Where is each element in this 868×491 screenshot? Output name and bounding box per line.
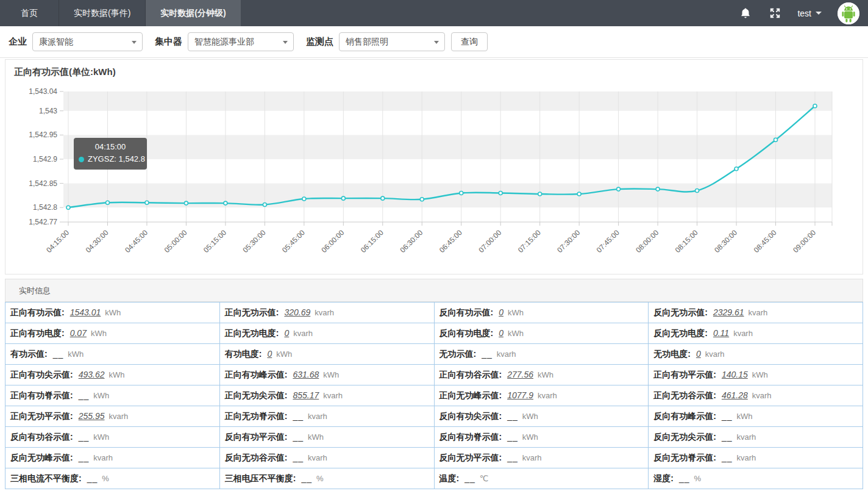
metric-unit: kWh [68,349,84,359]
nav-right: test [739,0,868,26]
metric-value: __ [53,349,64,359]
enterprise-label: 企业 [9,36,27,48]
metric-value[interactable]: 1543.01 [70,307,101,317]
metric-cell: 反向无功谷示值:__kvarh [219,448,434,468]
metric-value[interactable]: 2329.61 [713,307,744,317]
metric-value: __ [79,432,90,442]
svg-text:1,543: 1,543 [39,107,57,115]
metric-value[interactable]: 0 [499,307,503,317]
metric-value[interactable]: 631.68 [293,370,319,379]
concentrator-select[interactable]: 智慧能源事业部 [188,32,294,51]
metric-value[interactable]: 277.56 [507,370,533,379]
svg-text:08:00:00: 08:00:00 [634,228,660,254]
metric-label: 正向有功电度: [10,328,65,338]
chevron-down-icon [132,41,137,44]
metric-value[interactable]: 461.28 [722,390,748,400]
metric-label: 反向无功尖示值: [653,432,716,442]
metric-cell: 正向无功脊示值:__kvarh [219,406,434,427]
metric-value[interactable]: 140.15 [722,370,748,379]
metric-unit: kvarh [497,349,516,359]
metric-label: 反向有功电度: [439,328,494,338]
svg-text:08:45:00: 08:45:00 [752,228,778,254]
metric-cell: 正向有功峰示值:631.68kWh [219,365,434,385]
metric-cell: 反向无功示值:2329.61kvarh [649,303,863,323]
metric-value[interactable]: 493.62 [79,370,105,379]
metric-unit: kvarh [109,412,129,421]
nav-tab-home[interactable]: 首页 [0,0,59,26]
svg-text:07:30:00: 07:30:00 [555,228,582,254]
svg-text:08:15:00: 08:15:00 [674,228,700,254]
concentrator-label: 集中器 [155,36,182,48]
metric-unit: kWh [93,432,109,442]
metric-unit: kvarh [293,329,313,338]
table-row: 反向无功峰示值:__kvarh反向无功谷示值:__kvarh反向无功平示值:__… [5,448,863,468]
metric-unit: kWh [93,391,109,400]
metric-unit: kWh [323,370,339,379]
query-button[interactable]: 查询 [451,32,488,51]
metric-unit: kWh [508,329,524,338]
metric-cell: 三相电压不平衡度:__% [219,468,434,489]
metric-cell: 反向无功平示值:__kvarh [434,448,649,468]
metric-cell: 有功示值:__kWh [5,344,220,365]
svg-text:05:00:00: 05:00:00 [163,228,189,254]
metric-label: 正向有功平示值: [653,370,716,379]
metric-value: __ [722,411,733,421]
table-row: 正向有功电度:0.07kWh正向无功电度:0kvarh反向有功电度:0kWh反向… [5,323,863,344]
metric-unit: kvarh [538,391,557,400]
metric-cell: 反向无功脊示值:__kvarh [649,448,863,468]
metric-cell: 反向有功峰示值:__kWh [649,406,863,427]
metric-value[interactable]: 0.11 [713,328,729,338]
metric-value[interactable]: 255.95 [79,411,105,421]
caret-down-icon [816,12,822,15]
metric-label: 正向无功电度: [225,328,279,338]
metric-value[interactable]: 0 [284,328,289,338]
svg-text:06:45:00: 06:45:00 [438,228,464,254]
metric-value: __ [482,349,493,359]
metric-cell: 正向有功尖示值:493.62kWh [5,365,220,385]
metric-value: __ [464,473,475,483]
svg-text:1,542.8: 1,542.8 [33,203,57,212]
metric-unit: kvarh [522,453,542,462]
metric-value[interactable]: 0.07 [70,328,87,338]
metric-label: 反向有功示值: [439,307,494,317]
metric-cell: 正向无功电度:0kvarh [219,323,434,344]
metric-value[interactable]: 0 [267,349,272,359]
metric-value[interactable]: 0 [696,349,701,359]
metric-unit: kvarh [737,432,756,442]
fullscreen-icon[interactable] [768,7,781,20]
line-chart[interactable]: 1,543.041,5431,542.951,542.91,542.851,54… [5,87,863,261]
svg-text:05:30:00: 05:30:00 [241,228,268,254]
svg-text:08:30:00: 08:30:00 [713,228,739,254]
metric-value[interactable]: 1077.9 [507,390,533,400]
svg-text:1,542.77: 1,542.77 [29,218,57,226]
metric-label: 反向有功尖示值: [439,411,502,421]
metric-label: 正向无功尖示值: [225,390,288,400]
user-menu[interactable]: test [797,9,822,18]
nav-tab-realtime-events[interactable]: 实时数据(事件) [59,0,145,26]
table-row: 正向有功示值:1543.01kWh正向无功示值:320.69kvarh反向有功示… [5,303,863,323]
metric-label: 反向有功谷示值: [10,432,73,442]
metric-label: 温度: [439,473,460,483]
metric-value[interactable]: 855.17 [293,390,319,400]
metric-value[interactable]: 320.69 [284,307,310,317]
metric-label: 正向有功示值: [10,307,65,317]
metric-value: __ [507,411,518,421]
metric-unit: kWh [105,308,121,317]
metric-value[interactable]: 0 [499,328,503,338]
enterprise-select[interactable]: 康派智能 [32,32,143,51]
monitor-point-select[interactable]: 销售部照明 [339,32,445,51]
metric-value: __ [679,473,690,483]
metric-label: 有功电度: [225,349,262,359]
bell-icon[interactable] [739,7,752,20]
realtime-table: 正向有功示值:1543.01kWh正向无功示值:320.69kvarh反向有功示… [5,302,863,489]
metric-cell: 正向无功谷示值:461.28kvarh [649,385,863,406]
metric-unit: kvarh [705,349,725,359]
metric-label: 无功电度: [653,349,691,359]
metric-label: 有功示值: [10,349,48,359]
metric-cell: 正向有功谷示值:277.56kWh [434,365,649,385]
avatar[interactable] [838,2,859,24]
metric-label: 正向有功脊示值: [10,390,73,400]
nav-tab-realtime-minute[interactable]: 实时数据(分钟级) [145,0,240,26]
metric-cell: 温度:__℃ [434,468,649,489]
table-row: 正向无功平示值:255.95kvarh正向无功脊示值:__kvarh反向有功尖示… [5,406,863,427]
